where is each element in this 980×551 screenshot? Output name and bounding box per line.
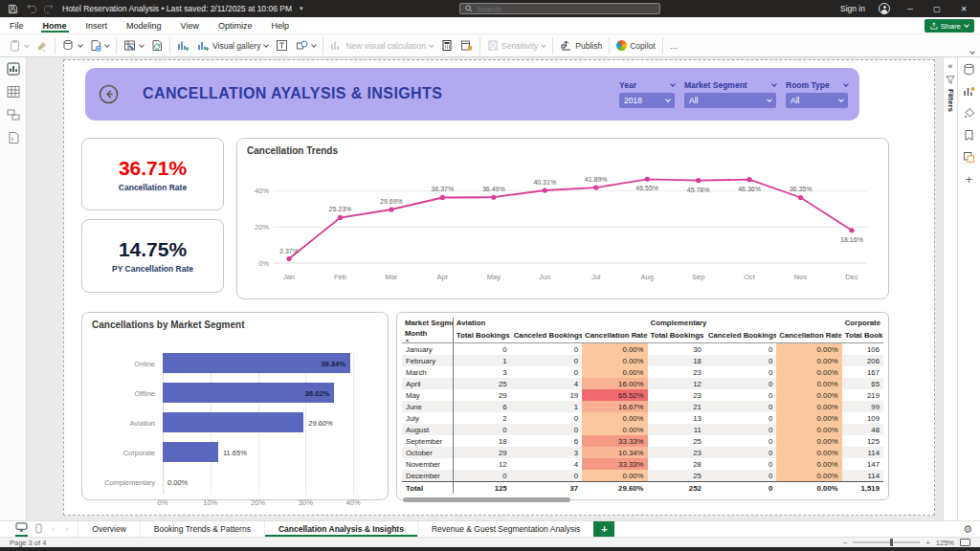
chevron-down-icon[interactable]: [843, 81, 849, 87]
table-row[interactable]: February100.00%1800.00%206: [402, 355, 883, 366]
fit-to-page-icon[interactable]: [960, 539, 970, 546]
build-visual-pane-icon[interactable]: [963, 85, 975, 98]
table-row[interactable]: September18633.33%2500.00%125: [402, 435, 883, 447]
group-header[interactable]: Complementary: [648, 318, 842, 328]
column-header[interactable]: Cancellation Rate: [582, 328, 647, 343]
group-header[interactable]: Aviation: [453, 318, 647, 328]
add-pane-icon[interactable]: +: [966, 173, 972, 187]
table-row[interactable]: January000.00%3000.00%106: [402, 343, 883, 356]
column-header[interactable]: Canceled Bookings: [705, 328, 776, 343]
table-row[interactable]: June6116.67%2100.00%99: [402, 401, 883, 412]
menu-home[interactable]: Home: [33, 17, 77, 33]
bar-row[interactable]: Complementary 0.00%: [163, 472, 372, 492]
bar-row[interactable]: Online 39.34%: [163, 353, 372, 373]
room-type-slicer-dropdown[interactable]: All: [786, 93, 848, 108]
new-visual-button[interactable]: [173, 36, 193, 55]
cancellation-trends-chart[interactable]: Cancellation Trends 0%20%40%JanFebMarApr…: [236, 138, 889, 299]
column-header[interactable]: Cancellation Rate: [776, 328, 841, 343]
report-canvas[interactable]: CANCELLATION AYALYSIS & INSIGHTS Year 20…: [27, 57, 943, 520]
close-button[interactable]: ✕: [957, 5, 970, 13]
zoom-in-button[interactable]: +: [925, 539, 929, 547]
menu-view[interactable]: View: [171, 17, 209, 33]
data-pane-icon[interactable]: [963, 63, 975, 76]
title-dropdown-chevron[interactable]: ▾: [300, 5, 303, 12]
back-button[interactable]: [99, 84, 119, 108]
chevron-down-icon[interactable]: [771, 81, 777, 87]
publish-button[interactable]: Publish: [556, 36, 606, 55]
zoom-slider[interactable]: [853, 541, 920, 543]
format-painter-button[interactable]: [33, 36, 52, 55]
sign-in-button[interactable]: Sign in: [840, 4, 865, 13]
shapes-button[interactable]: [292, 36, 320, 55]
cancellations-by-market-segment-chart[interactable]: Cancellations by Market Segment Online 3…: [81, 312, 389, 500]
paste-button[interactable]: [6, 36, 33, 55]
filter-funnel-icon[interactable]: [946, 76, 955, 84]
menu-file[interactable]: File: [0, 17, 33, 33]
search-input[interactable]: [477, 5, 655, 13]
table-view-icon[interactable]: [0, 80, 27, 103]
chevron-down-icon[interactable]: [670, 81, 676, 87]
report-page[interactable]: CANCELLATION AYALYSIS & INSIGHTS Year 20…: [63, 59, 935, 516]
bar-row[interactable]: Offline 36.02%: [163, 383, 372, 403]
zoom-out-button[interactable]: −: [843, 539, 847, 547]
expand-pane-chevron-icon[interactable]: «: [947, 61, 952, 71]
mobile-layout-icon[interactable]: [35, 523, 42, 536]
year-slicer-dropdown[interactable]: 2018: [619, 93, 675, 108]
bar-row[interactable]: Corporate 11.65%: [163, 442, 372, 462]
dataverse-button[interactable]: [86, 36, 113, 55]
desktop-layout-icon[interactable]: [15, 522, 28, 537]
cancellation-rate-kpi-card[interactable]: 36.71% Cancellation Rate: [81, 138, 224, 210]
table-row[interactable]: March300.00%2300.00%167: [402, 366, 883, 378]
menu-help[interactable]: Help: [261, 17, 299, 33]
maximize-button[interactable]: ▢: [930, 5, 944, 13]
model-view-icon[interactable]: [0, 103, 27, 126]
dax-query-view-icon[interactable]: [0, 126, 27, 149]
column-header[interactable]: Canceled Bookings: [511, 328, 582, 343]
bar-row[interactable]: Aviation 29.60%: [163, 412, 372, 432]
transform-data-button[interactable]: [120, 36, 147, 55]
table-row[interactable]: November12433.33%2800.00%147: [402, 458, 883, 470]
table-row[interactable]: May291965.52%2300.00%219: [402, 389, 883, 401]
gear-icon[interactable]: ⚙: [963, 521, 980, 537]
redo-icon[interactable]: [44, 4, 55, 13]
next-page-arrow-icon[interactable]: ›: [64, 525, 71, 534]
tab-booking-trends[interactable]: Booking Trends & Patterns: [140, 521, 264, 537]
column-header[interactable]: Total Bookings: [842, 328, 883, 343]
save-icon[interactable]: [8, 4, 18, 14]
table-row[interactable]: August000.00%1100.00%48: [402, 424, 883, 435]
menu-optimize[interactable]: Optimize: [209, 17, 262, 33]
get-data-button[interactable]: [58, 36, 86, 55]
market-segment-matrix[interactable]: Market SegmentAviationComplementaryCorpo…: [396, 312, 889, 500]
month-column-header[interactable]: Month▲: [402, 328, 453, 343]
filters-pane-label[interactable]: Filters: [947, 89, 955, 112]
calculator-button[interactable]: [437, 36, 457, 55]
text-box-button[interactable]: [272, 36, 292, 55]
copilot-button[interactable]: Copilot: [612, 36, 658, 55]
minimize-button[interactable]: ─: [903, 5, 917, 13]
refresh-button[interactable]: [147, 36, 167, 55]
visual-gallery-button[interactable]: Visual gallery: [193, 36, 272, 55]
table-row[interactable]: April25416.00%1200.00%65: [402, 378, 883, 389]
account-avatar[interactable]: [879, 3, 890, 14]
global-search-box[interactable]: [459, 3, 660, 14]
table-horizontal-scrollbar[interactable]: [403, 497, 570, 502]
menu-insert[interactable]: Insert: [77, 17, 118, 33]
table-row[interactable]: July200.00%1300.00%109: [402, 412, 883, 424]
table-row[interactable]: December000.00%2500.00%114: [402, 470, 883, 482]
undo-icon[interactable]: [26, 4, 36, 13]
prev-page-arrow-icon[interactable]: ‹: [50, 525, 56, 534]
table-row[interactable]: October29310.34%2300.00%114: [402, 447, 883, 458]
menu-modeling[interactable]: Modeling: [117, 17, 171, 33]
py-cancellation-rate-kpi-card[interactable]: 14.75% PY Cancellation Rate: [81, 219, 224, 293]
report-view-icon[interactable]: [0, 57, 27, 80]
ribbon-more-button[interactable]: …: [666, 36, 682, 55]
selection-pane-icon[interactable]: [963, 151, 975, 164]
group-header[interactable]: Corporate: [842, 318, 883, 328]
share-button[interactable]: Share: [924, 19, 974, 33]
market-segment-slicer-dropdown[interactable]: All: [684, 93, 776, 108]
tab-cancellation-analysis[interactable]: Cancellation Analysis & Insights: [264, 521, 417, 537]
column-header[interactable]: Total Bookings: [648, 328, 705, 343]
format-pane-icon[interactable]: [963, 107, 975, 120]
bookmarks-pane-icon[interactable]: [964, 129, 974, 142]
tab-revenue-segmentation[interactable]: Revenue & Guest Segmentation Analysis: [417, 521, 593, 537]
